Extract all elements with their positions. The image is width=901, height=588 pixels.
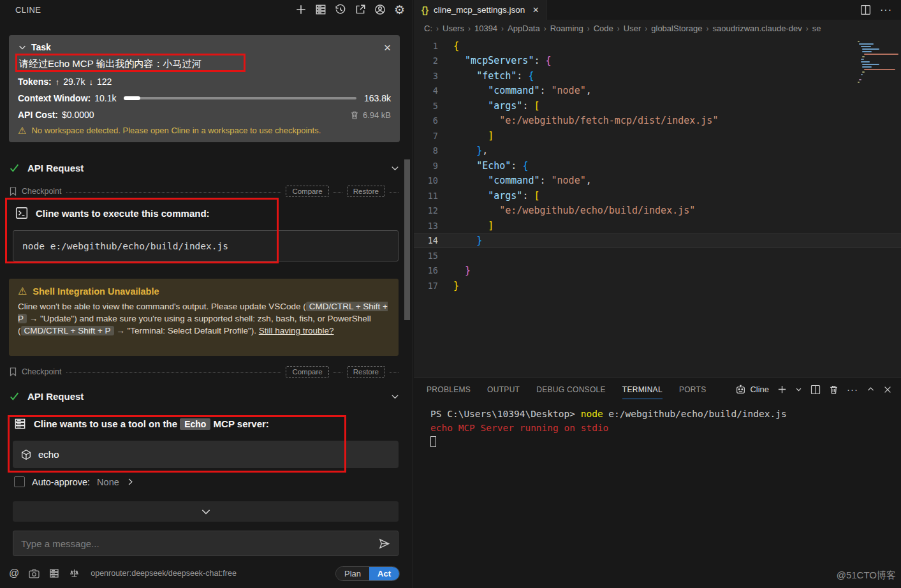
api-request-row[interactable]: API Request [9, 158, 400, 177]
execute-command-header: Cline wants to execute this command: [15, 207, 210, 219]
code-line: 12 "e:/webgithub/echo/build/index.js" [414, 203, 901, 219]
line-number: 5 [414, 101, 453, 111]
mention-icon[interactable]: @ [9, 568, 19, 579]
new-task-icon[interactable] [295, 4, 307, 15]
shell-warning-title: Shell Integration Unavailable [33, 286, 159, 297]
breadcrumb-item[interactable]: globalStorage [651, 24, 702, 33]
mcp-server-icon [14, 418, 26, 430]
chevron-down-icon [200, 506, 212, 517]
sidebar-scrollbar-thumb[interactable] [404, 159, 410, 320]
cache-size-value: 6.94 kB [363, 110, 391, 120]
panel-tab-problems[interactable]: PROBLEMS [427, 379, 471, 399]
chevron-down-icon[interactable] [390, 392, 400, 401]
line-content: ] [453, 220, 494, 232]
panel-more-icon[interactable]: ··· [847, 384, 858, 395]
more-actions-icon[interactable]: ··· [880, 4, 892, 16]
account-icon[interactable] [374, 4, 386, 15]
warning-icon: ⚠ [18, 126, 26, 135]
panel-tab-output[interactable]: OUTPUT [487, 379, 520, 399]
breadcrumb-item[interactable]: User [624, 24, 641, 33]
line-content: { [453, 40, 459, 52]
code-line: 4 "command": "node", [414, 84, 901, 99]
chevron-right-icon[interactable] [126, 478, 135, 486]
open-in-editor-icon[interactable] [355, 4, 366, 15]
terminal-dropdown-icon[interactable] [795, 386, 802, 393]
camera-icon[interactable] [29, 569, 40, 578]
arrow-up-icon: ↑ [55, 77, 60, 87]
code-line: 13 ] [414, 218, 901, 233]
tab-close-icon[interactable]: × [532, 4, 539, 17]
restore-button[interactable]: Restore [347, 366, 385, 378]
breadcrumb-item[interactable]: saoudrizwan.claude-dev [713, 24, 802, 33]
mcp-servers-icon[interactable] [315, 4, 326, 15]
execute-command-title: Cline wants to execute this command: [36, 208, 210, 219]
breadcrumb-item[interactable]: AppData [508, 24, 540, 33]
chevron-down-icon[interactable] [18, 43, 27, 52]
act-mode-button[interactable]: Act [369, 567, 399, 580]
api-request-label: API Request [27, 163, 84, 173]
history-icon[interactable] [335, 4, 346, 15]
send-icon[interactable] [378, 538, 390, 550]
workspace-warning: ⚠ No workspace detected. Please open Cli… [18, 123, 391, 137]
settings-gear-icon[interactable]: ⚙ [394, 4, 405, 16]
breadcrumb-item[interactable]: se [812, 24, 821, 33]
checkpoint-row: Checkpoint Compare Restore [9, 186, 399, 197]
plan-act-toggle: Plan Act [335, 566, 400, 581]
breadcrumb-item[interactable]: 10394 [474, 24, 497, 33]
maximize-panel-icon[interactable] [867, 385, 875, 393]
plan-mode-button[interactable]: Plan [336, 567, 369, 580]
breadcrumb-item[interactable]: Code [594, 24, 613, 33]
split-terminal-icon[interactable] [810, 385, 821, 395]
restore-button[interactable]: Restore [347, 186, 385, 197]
kill-terminal-icon[interactable] [829, 385, 839, 395]
close-panel-icon[interactable] [883, 385, 892, 394]
line-number: 17 [414, 281, 453, 291]
model-selector[interactable]: openrouter:deepseek/deepseek-chat:free [91, 569, 237, 578]
cube-icon [20, 449, 32, 460]
chevron-down-icon[interactable] [390, 163, 400, 173]
auto-approve-checkbox[interactable] [14, 476, 25, 487]
arrow-down-icon: ↓ [89, 77, 93, 87]
line-number: 11 [414, 191, 453, 201]
minimap-line [864, 69, 896, 70]
terminal-icon [15, 207, 28, 219]
code-editor: 1{2 "mcpServers": {3 "fetch": {4 "comman… [414, 38, 901, 378]
line-content: ] [453, 130, 494, 142]
split-editor-icon[interactable] [860, 4, 871, 15]
message-input[interactable]: Type a message... [13, 531, 399, 556]
scales-icon[interactable] [69, 568, 80, 578]
panel-tab-ports[interactable]: PORTS [679, 379, 707, 399]
compare-button[interactable]: Compare [286, 366, 328, 378]
collapse-bar-button[interactable] [13, 501, 399, 522]
api-request-row[interactable]: API Request [9, 386, 400, 406]
panel-tab-terminal[interactable]: TERMINAL [622, 379, 663, 399]
tool-use-header: Cline wants to use a tool on the Echo MC… [14, 418, 269, 430]
trash-icon[interactable] [350, 110, 359, 120]
close-task-icon[interactable]: × [384, 41, 391, 54]
shell-warning-box: ⚠ Shell Integration Unavailable Cline wo… [9, 279, 399, 356]
line-content: } [453, 235, 482, 246]
minimap-line [858, 77, 859, 78]
editor-tab[interactable]: {} cline_mcp_settings.json × [414, 0, 547, 20]
tool-row[interactable]: echo [13, 441, 399, 468]
mcp-servers-icon[interactable] [49, 568, 59, 578]
mcp-server-badge: Echo [180, 418, 210, 430]
breadcrumb-item[interactable]: Roaming [550, 24, 583, 33]
breadcrumb-item[interactable]: Users [443, 24, 464, 33]
minimap-line [861, 61, 870, 62]
breadcrumb-item[interactable]: C: [424, 24, 432, 33]
line-content: "args": [ [453, 100, 539, 112]
still-having-trouble-link[interactable]: Still having trouble? [259, 326, 334, 335]
context-max-value: 163.8k [364, 93, 391, 103]
code-line: 14 } [414, 233, 901, 249]
compare-button[interactable]: Compare [286, 186, 328, 197]
minimap-line [859, 79, 861, 80]
task-label: Task [31, 42, 51, 52]
editor-tab-bar: {} cline_mcp_settings.json × ··· [414, 0, 901, 20]
breadcrumb-separator: › [436, 24, 439, 33]
new-terminal-icon[interactable] [777, 385, 787, 394]
minimap[interactable] [858, 41, 895, 84]
panel-tab-debug-console[interactable]: DEBUG CONSOLE [536, 379, 606, 399]
terminal-profile[interactable]: Cline [735, 384, 769, 395]
command-code-block: node e:/webgithub/echo/build/index.js [13, 230, 399, 261]
